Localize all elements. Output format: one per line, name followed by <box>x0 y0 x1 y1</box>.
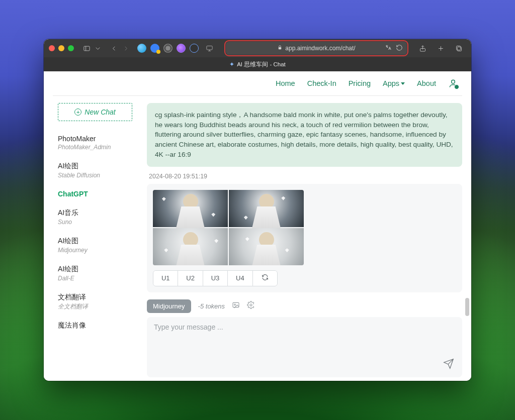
sidebar-item[interactable]: AI绘图Dall-E <box>58 260 137 288</box>
sidebar-item-title: 文档翻译 <box>58 293 137 302</box>
browser-extensions <box>137 44 199 53</box>
share-icon[interactable] <box>417 43 428 54</box>
sidebar-item-sub: PhotoMaker_Admin <box>58 144 118 151</box>
nav-apps[interactable]: Apps <box>383 79 405 87</box>
sidebar: + New Chat PhotoMakerPhotoMaker_AdminAI绘… <box>44 96 138 381</box>
sidebar-item-title: PhotoMaker <box>58 135 137 143</box>
top-nav: Home Check-In Pricing Apps About <box>44 71 471 95</box>
sidebar-item-title: 魔法肖像 <box>58 321 137 330</box>
browser-window: app.aimindwork.com/chat/ ✦ AI 思维车间 - Cha… <box>44 39 471 381</box>
extension-icon[interactable] <box>137 44 146 53</box>
scrollbar-thumb[interactable] <box>465 298 469 316</box>
chat-panel: cg splash-ink painting style，A handsome … <box>138 96 471 381</box>
timestamp: 2024-08-20 19:51:19 <box>149 173 462 180</box>
result-image-2[interactable] <box>229 190 304 227</box>
svg-point-11 <box>452 80 455 83</box>
new-chat-button[interactable]: + New Chat <box>58 103 132 121</box>
browser-chrome: app.aimindwork.com/chat/ ✦ AI 思维车间 - Cha… <box>44 39 471 71</box>
sidebar-item[interactable]: AI绘图Stable Diffusion <box>58 157 137 185</box>
sidebar-item[interactable]: 魔法肖像 <box>58 317 137 336</box>
new-tab-icon[interactable] <box>435 43 446 54</box>
sidebar-item-sub: 全文档翻译 <box>58 303 118 310</box>
sidebar-item-sub: Suno <box>58 219 118 226</box>
chevron-down-icon[interactable] <box>92 43 103 54</box>
token-cost: -5 tokens <box>198 302 225 310</box>
svg-rect-5 <box>279 47 282 49</box>
sidebar-item[interactable]: 文档翻译全文档翻译 <box>58 288 137 317</box>
sidebar-item[interactable]: AI绘图Midjourney <box>58 232 137 260</box>
u2-button[interactable]: U2 <box>178 271 203 286</box>
maximize-window-icon[interactable] <box>68 45 74 51</box>
site-settings-icon[interactable] <box>204 43 215 54</box>
extension-icon[interactable] <box>177 44 186 53</box>
window-controls[interactable] <box>49 45 74 51</box>
svg-point-14 <box>250 304 252 306</box>
address-bar[interactable]: app.aimindwork.com/chat/ <box>226 42 407 55</box>
nav-home[interactable]: Home <box>276 79 295 87</box>
sidebar-item-sub: Dall-E <box>58 275 118 282</box>
settings-icon[interactable] <box>247 301 255 311</box>
assistant-response: U1 U2 U3 U4 <box>147 184 462 292</box>
app-content: Home Check-In Pricing Apps About + New C… <box>44 71 471 381</box>
sidebar-item-title: ChatGPT <box>58 190 137 198</box>
lock-icon <box>277 45 283 52</box>
translate-icon[interactable] <box>385 44 392 53</box>
u3-button[interactable]: U3 <box>203 271 228 286</box>
sidebar-item[interactable]: AI音乐Suno <box>58 204 137 232</box>
extension-icon[interactable] <box>150 44 159 53</box>
sidebar-item-title: AI绘图 <box>58 237 137 246</box>
tab-title: AI 思维车间 - Chat <box>237 61 286 68</box>
new-chat-label: New Chat <box>84 108 115 116</box>
minimize-window-icon[interactable] <box>58 45 64 51</box>
model-chip[interactable]: Midjourney <box>147 299 191 313</box>
sidebar-item-title: AI绘图 <box>58 162 137 171</box>
svg-rect-2 <box>206 46 212 50</box>
message-input[interactable] <box>154 323 455 371</box>
u4-button[interactable]: U4 <box>228 271 252 286</box>
nav-pricing[interactable]: Pricing <box>349 79 371 87</box>
site-favicon: ✦ <box>229 61 234 68</box>
sidebar-item-sub: Midjourney <box>58 247 118 254</box>
tab-overview-icon[interactable] <box>453 43 464 54</box>
back-icon[interactable] <box>108 43 119 54</box>
message-input-wrap <box>147 317 462 377</box>
tab-bar[interactable]: ✦ AI 思维车间 - Chat <box>44 57 471 71</box>
url-text: app.aimindwork.com/chat/ <box>285 45 355 52</box>
reload-icon[interactable] <box>396 44 403 53</box>
svg-rect-9 <box>457 47 461 51</box>
result-image-3[interactable] <box>153 228 228 265</box>
user-prompt: cg splash-ink painting style，A handsome … <box>147 103 462 167</box>
image-attach-icon[interactable] <box>232 301 240 311</box>
regenerate-button[interactable] <box>253 271 277 286</box>
sidebar-item[interactable]: PhotoMakerPhotoMaker_Admin <box>58 130 137 157</box>
result-image-4[interactable] <box>229 228 304 265</box>
chevron-down-icon <box>401 82 405 85</box>
svg-rect-10 <box>456 46 460 50</box>
send-icon[interactable] <box>443 358 454 371</box>
forward-icon[interactable] <box>120 43 131 54</box>
extension-icon[interactable] <box>163 44 173 53</box>
sidebar-item-sub: Stable Diffusion <box>58 172 118 179</box>
nav-about[interactable]: About <box>417 79 436 87</box>
image-grid[interactable] <box>153 190 304 265</box>
composer: Midjourney -5 tokens <box>147 299 462 377</box>
upscale-buttons: U1 U2 U3 U4 <box>153 270 278 286</box>
sidebar-toggle-icon[interactable] <box>81 43 92 54</box>
plus-icon: + <box>74 109 81 116</box>
result-image-1[interactable] <box>153 190 228 227</box>
svg-rect-0 <box>83 46 89 51</box>
sidebar-item[interactable]: ChatGPT <box>58 185 137 204</box>
sidebar-item-title: AI音乐 <box>58 208 137 218</box>
extension-icon[interactable] <box>190 44 199 53</box>
nav-checkin[interactable]: Check-In <box>307 79 336 87</box>
sidebar-item-title: AI绘图 <box>58 265 137 274</box>
user-account-icon[interactable] <box>448 78 458 88</box>
prompt-text: cg splash-ink painting style，A handsome … <box>155 111 453 158</box>
close-window-icon[interactable] <box>49 45 55 51</box>
u1-button[interactable]: U1 <box>153 271 178 286</box>
svg-point-13 <box>234 304 236 305</box>
